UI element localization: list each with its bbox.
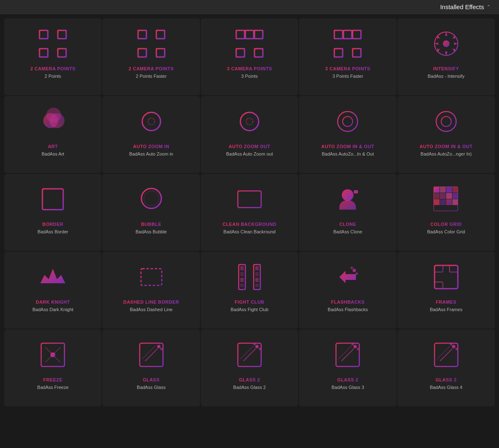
svg-rect-47 — [446, 187, 452, 193]
effect-name-dashed-border: DASHED LINE BORDER — [123, 299, 179, 305]
effect-icon-intensify — [427, 25, 465, 62]
effect-item-fight-club[interactable]: FIGHT CLUBBadAss Fight Club — [201, 252, 298, 329]
effect-desc-2cam-2pts-faster: 2 Points Faster — [136, 73, 167, 79]
effect-item-border[interactable]: BORDERBadAss Border — [4, 174, 101, 251]
effect-item-frames[interactable]: FRAMESBadAss Frames — [398, 252, 495, 329]
svg-rect-74 — [435, 282, 443, 289]
svg-rect-59 — [240, 266, 244, 270]
svg-rect-56 — [452, 199, 458, 205]
svg-rect-64 — [255, 266, 259, 270]
svg-rect-66 — [255, 278, 259, 282]
effect-icon-dark-knight — [34, 258, 72, 296]
effect-item-dashed-border[interactable]: DASHED LINE BORDERBadAss Dashed Line — [102, 252, 200, 329]
effect-item-3cam-3pts-faster[interactable]: 3 CAMERA POINTS3 Points Faster — [299, 18, 396, 95]
effect-name-clean-bg: CLEAN BACKGROUND — [222, 221, 277, 227]
effect-icon-clone — [329, 181, 366, 218]
effect-item-flashbacks[interactable]: FLASHBACKSBadAss Flashbacks — [299, 252, 396, 329]
effect-icon-2cam-2pts — [34, 25, 72, 62]
effect-desc-flashbacks: BadAss Flashbacks — [328, 307, 368, 313]
effect-icon-clean-bg — [231, 181, 268, 218]
effect-desc-border: BadAss Border — [37, 229, 68, 235]
svg-rect-0 — [40, 30, 48, 39]
effect-item-clean-bg[interactable]: CLEAN BACKGROUNDBadAss Clean Backround — [201, 174, 298, 251]
effect-desc-freeze: BadAss Freeze — [37, 384, 69, 391]
effect-item-freeze[interactable]: FREEZEBadAss Freeze — [4, 329, 101, 406]
svg-rect-54 — [440, 199, 446, 205]
svg-rect-10 — [254, 30, 263, 39]
svg-point-70 — [351, 267, 353, 269]
svg-point-19 — [443, 40, 450, 47]
effect-item-3cam-3pts[interactable]: 3 CAMERA POINTS3 Points — [201, 18, 298, 95]
effect-item-auto-zoom-in[interactable]: AUTO ZOOM INBadAss Auto Zoom in — [102, 96, 200, 173]
svg-rect-7 — [156, 49, 165, 57]
effect-name-color-grid: COLOR GRID — [430, 221, 462, 227]
svg-point-89 — [255, 345, 259, 348]
effect-icon-dashed-border — [133, 258, 170, 296]
effect-icon-auto-zoom-in-out — [329, 103, 366, 140]
effect-item-color-grid[interactable]: COLOR GRIDBadAss Color Grid — [398, 174, 495, 251]
effect-desc-auto-zoom-in: BadAss Auto Zoom in — [129, 151, 173, 157]
svg-rect-6 — [138, 49, 146, 57]
svg-rect-49 — [434, 193, 440, 199]
effect-name-auto-zoom-in-out-2: AUTO ZOOM IN & OUT — [420, 144, 472, 149]
effect-item-glass[interactable]: GLASSBadAss Glass — [102, 329, 200, 406]
svg-line-99 — [440, 349, 452, 361]
effect-item-2cam-2pts[interactable]: 2 CAMERA POINTS2 Points — [4, 18, 101, 95]
effect-desc-glass: BadAss Glass — [137, 384, 166, 391]
effect-name-glass: GLASS — [143, 377, 159, 383]
svg-rect-73 — [450, 265, 458, 272]
svg-point-102 — [450, 343, 452, 345]
effect-name-flashbacks: FLASHBACKS — [331, 299, 365, 305]
svg-point-68 — [353, 269, 356, 272]
sort-chevron[interactable]: ⌃ — [487, 4, 491, 10]
effect-icon-2cam-2pts-faster — [133, 25, 170, 62]
svg-point-85 — [160, 348, 163, 350]
effect-item-glass2[interactable]: GLASS 2BadAss Glass 2 — [201, 329, 298, 406]
effect-name-clone: CLONE — [339, 221, 356, 227]
svg-line-93 — [341, 349, 354, 361]
svg-rect-5 — [156, 30, 165, 39]
effect-item-auto-zoom-in-out-2[interactable]: AUTO ZOOM IN & OUTBadAss AutoZo...nger I… — [398, 96, 495, 173]
effect-icon-flashbacks — [329, 258, 366, 296]
effect-desc-dashed-border: BadAss Dashed Line — [130, 307, 173, 313]
effect-name-glass2: GLASS 2 — [239, 377, 260, 383]
effect-desc-art: BadAss Art — [42, 151, 64, 157]
effect-icon-color-grid — [427, 181, 465, 218]
effect-item-auto-zoom-out[interactable]: AUTO ZOOM OUTBadAss Auto Zoom out — [201, 96, 298, 173]
effect-item-auto-zoom-in-out[interactable]: AUTO ZOOM IN & OUTBadAss AutoZo...In & O… — [299, 96, 396, 173]
effect-icon-3cam-3pts — [231, 25, 268, 62]
effect-icon-freeze — [34, 336, 72, 374]
svg-rect-8 — [236, 30, 245, 39]
svg-rect-62 — [240, 284, 244, 287]
svg-rect-52 — [452, 193, 458, 199]
svg-point-80 — [50, 352, 55, 357]
svg-point-33 — [441, 116, 451, 126]
effect-desc-color-grid: BadAss Color Grid — [427, 229, 465, 235]
effect-item-dark-knight[interactable]: DARK KNIGHTBadAss Dark Knight — [4, 252, 101, 329]
svg-rect-15 — [353, 30, 361, 39]
effect-item-bubble[interactable]: BUBBLEBadAss Bubble — [102, 174, 200, 251]
svg-rect-51 — [446, 193, 452, 199]
svg-rect-72 — [435, 265, 443, 272]
effect-icon-border — [34, 181, 72, 218]
effect-desc-glass3: BadAss Glass 3 — [331, 384, 364, 391]
svg-point-95 — [353, 345, 357, 348]
svg-point-42 — [342, 189, 353, 201]
svg-rect-61 — [240, 278, 244, 282]
effect-item-clone[interactable]: CLONEBadAss Clone — [299, 174, 396, 251]
effect-name-dark-knight: DARK KNIGHT — [36, 299, 70, 305]
effect-item-glass3[interactable]: GLASS 2BadAss Glass 3 — [299, 329, 396, 406]
effect-name-intensify: INTENSIFY — [433, 66, 459, 72]
svg-point-96 — [351, 343, 354, 345]
svg-rect-45 — [434, 187, 440, 193]
svg-rect-43 — [354, 190, 358, 193]
effect-item-glass4[interactable]: GLASS 2BadAss Glass 4 — [398, 329, 495, 406]
svg-rect-67 — [255, 284, 259, 287]
svg-rect-48 — [452, 187, 458, 193]
effect-name-auto-zoom-in: AUTO ZOOM IN — [133, 144, 169, 149]
effect-item-intensify[interactable]: INTENSIFYBadAss - Intensify — [398, 18, 495, 95]
svg-point-91 — [259, 348, 261, 350]
effect-item-art[interactable]: ARTBadAss Art — [4, 96, 101, 173]
effect-desc-3cam-3pts: 3 Points — [241, 73, 258, 79]
effect-item-2cam-2pts-faster[interactable]: 2 CAMERA POINTS2 Points Faster — [102, 18, 200, 95]
